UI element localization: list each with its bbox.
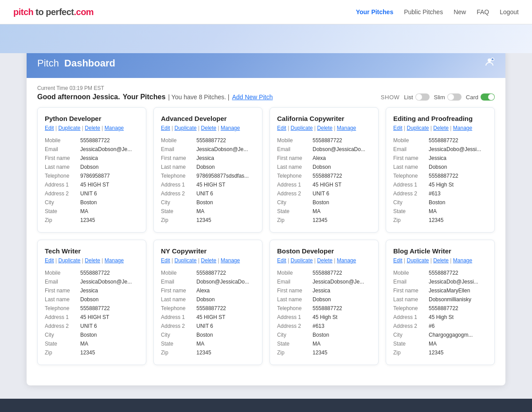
pitch-action-edit[interactable]: Edit [393, 125, 403, 131]
pitch-field: Address 2#613 [393, 190, 487, 198]
pitch-field-value: UNIT 6 [313, 190, 329, 198]
pitch-action-delete[interactable]: Delete [433, 125, 449, 131]
pitch-field-value: 5558887722 [196, 304, 226, 312]
pitch-action-manage[interactable]: Manage [453, 257, 472, 264]
pitch-field: Mobile5558887722 [45, 136, 139, 144]
pitch-field-value: Boston [196, 331, 213, 339]
pitch-field-value: #6 [429, 322, 434, 330]
pitch-action-edit[interactable]: Edit [277, 125, 286, 131]
pitch-field-label: First name [277, 154, 313, 162]
slim-toggle-switch[interactable] [447, 93, 462, 101]
pitch-action-duplicate[interactable]: Duplicate [174, 125, 196, 131]
action-separator: | [54, 257, 59, 264]
pitch-action-delete[interactable]: Delete [85, 125, 100, 131]
pitch-action-manage[interactable]: Manage [453, 125, 472, 131]
pitch-action-manage[interactable]: Manage [105, 125, 124, 131]
pitch-action-edit[interactable]: Edit [45, 125, 54, 131]
pitch-field: Address 145 HIGH ST [45, 181, 139, 189]
nav-new[interactable]: New [454, 8, 466, 16]
pitch-action-duplicate[interactable]: Duplicate [290, 257, 313, 264]
pitch-field: Zip12345 [393, 216, 487, 224]
list-label: List [404, 94, 413, 101]
pitch-field-value: MA [429, 207, 437, 215]
pitch-field-label: City [393, 331, 429, 339]
pitch-action-delete[interactable]: Delete [317, 125, 332, 131]
pitch-field: Zip12345 [393, 349, 487, 357]
pitch-action-edit[interactable]: Edit [393, 257, 403, 264]
pitch-field-value: MA [80, 207, 88, 215]
pitch-field-label: Telephone [45, 172, 80, 180]
pitch-field-value: Dobson [429, 163, 447, 171]
pitch-field-label: Last name [45, 295, 80, 303]
pitch-action-edit[interactable]: Edit [277, 257, 286, 264]
pitch-action-manage[interactable]: Manage [337, 257, 356, 264]
pitch-field-value: 45 HIGH ST [196, 313, 225, 321]
pitch-field-value: MA [313, 340, 321, 348]
pitch-field: Telephone5558887722 [45, 304, 139, 312]
pitch-field-value: 5558887722 [80, 136, 110, 144]
nav-faq[interactable]: FAQ [477, 8, 489, 16]
pitch-action-duplicate[interactable]: Duplicate [407, 257, 429, 264]
pitch-action-manage[interactable]: Manage [105, 257, 124, 264]
pitch-field: Zip12345 [277, 349, 371, 357]
list-toggle-switch[interactable] [415, 93, 430, 101]
pitch-field: Mobile5558887722 [161, 269, 255, 277]
pitch-field: First nameAlexa [277, 154, 371, 162]
pitch-field: StateMA [45, 207, 139, 215]
pitch-card-actions: Edit | Duplicate | Delete | Manage [277, 125, 371, 131]
pitch-field-label: Email [161, 278, 196, 286]
pitch-field-label: Mobile [161, 269, 196, 277]
pitch-field-value: Chargoggagogm... [429, 331, 473, 339]
pitch-field-label: Email [277, 278, 313, 286]
add-new-pitch-link[interactable]: Add New Pitch [232, 93, 273, 101]
pitch-action-manage[interactable]: Manage [221, 257, 240, 264]
pitch-field: Address 145 HIGH ST [45, 313, 139, 321]
pitch-field: Last nameDobson [161, 163, 255, 171]
pitch-action-duplicate[interactable]: Duplicate [58, 257, 80, 264]
pitch-action-delete[interactable]: Delete [201, 257, 216, 264]
pitch-action-delete[interactable]: Delete [201, 125, 216, 131]
pitch-field-value: 5558887722 [313, 172, 342, 180]
pitch-action-edit[interactable]: Edit [161, 125, 170, 131]
pitch-field-label: City [277, 198, 313, 206]
pitch-field: EmailJessicaDobson@Je... [161, 145, 255, 153]
pitch-field-label: Email [393, 145, 429, 153]
pitch-action-manage[interactable]: Manage [221, 125, 240, 131]
pitch-action-duplicate[interactable]: Duplicate [174, 257, 196, 264]
pitch-action-edit[interactable]: Edit [45, 257, 54, 264]
pitch-field-label: Address 2 [45, 190, 80, 198]
nav-public-pitches[interactable]: Public Pitches [404, 8, 443, 16]
pitch-action-manage[interactable]: Manage [337, 125, 356, 131]
pitch-field-label: Email [45, 278, 80, 286]
card-toggle-switch[interactable] [481, 93, 495, 101]
pitch-field: Mobile5558887722 [45, 269, 139, 277]
nav-your-pitches[interactable]: Your Pitches [356, 8, 394, 16]
pitch-action-duplicate[interactable]: Duplicate [407, 125, 429, 131]
greeting-section: Good afternoon Jessica. Your Pitches | Y… [37, 93, 273, 101]
pitch-field: Address 145 HIGH ST [277, 181, 371, 189]
pitch-field-value: Dobson@JessicaDo... [196, 278, 249, 286]
pitch-field: Telephone5558887722 [277, 172, 371, 180]
pitch-field: Zip12345 [45, 349, 139, 357]
pitch-field: First nameAlexa [161, 287, 255, 295]
pitch-field: First nameJessica [161, 154, 255, 162]
pitch-action-delete[interactable]: Delete [85, 257, 100, 264]
pitch-action-duplicate[interactable]: Duplicate [58, 125, 80, 131]
pitch-action-duplicate[interactable]: Duplicate [290, 125, 313, 131]
pitch-field: Address 2#6 [393, 322, 487, 330]
pitch-field-label: Last name [161, 163, 196, 171]
nav-links: Your Pitches Public Pitches New FAQ Logo… [356, 8, 519, 16]
action-separator: | [100, 257, 105, 264]
pitch-action-delete[interactable]: Delete [433, 257, 449, 264]
pitch-card-title: California Copywriter [277, 115, 371, 122]
pitch-action-delete[interactable]: Delete [317, 257, 332, 264]
pitch-field-value: Dobson [80, 163, 98, 171]
pitch-field-label: Address 1 [277, 313, 313, 321]
nav-logout[interactable]: Logout [500, 8, 519, 16]
pitch-action-edit[interactable]: Edit [161, 257, 170, 264]
pitch-field-label: Zip [161, 349, 196, 357]
pitch-field: Mobile5558887722 [393, 136, 487, 144]
pitch-card-actions: Edit | Duplicate | Delete | Manage [45, 125, 139, 131]
user-icon-button[interactable]: + [484, 57, 495, 70]
pitch-field-value: 5558887722 [80, 304, 110, 312]
